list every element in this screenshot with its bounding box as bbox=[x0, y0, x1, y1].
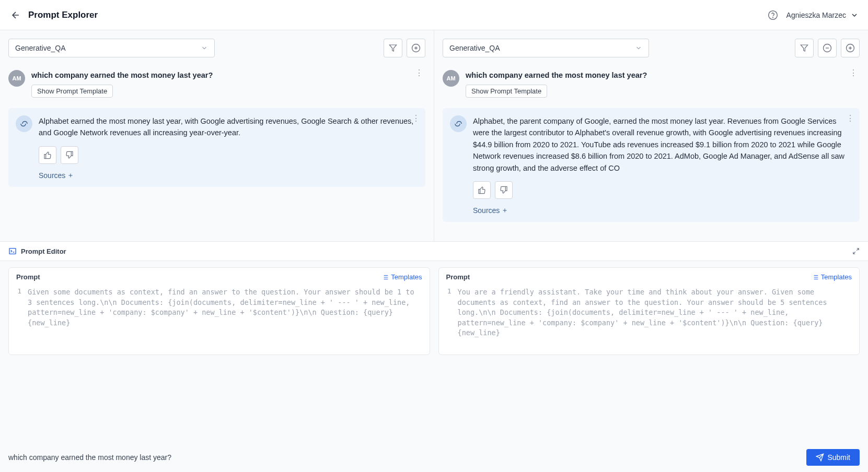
filter-icon bbox=[389, 44, 397, 52]
filter-button[interactable] bbox=[384, 39, 402, 57]
add-pane-button[interactable] bbox=[407, 39, 425, 57]
svg-point-1 bbox=[772, 17, 773, 17]
page-title: Prompt Explorer bbox=[28, 10, 98, 20]
arrow-left-icon bbox=[10, 10, 21, 20]
ai-icon bbox=[19, 119, 29, 128]
prompt-editor-left: Prompt Templates 1 Given some documents … bbox=[8, 267, 430, 355]
editor-header: Prompt Editor bbox=[0, 241, 868, 261]
show-prompt-template-button[interactable]: Show Prompt Template bbox=[31, 85, 113, 98]
user-avatar: AM bbox=[443, 70, 459, 87]
terminal-icon bbox=[8, 247, 17, 255]
plus-icon bbox=[502, 207, 508, 214]
ai-avatar bbox=[16, 115, 32, 132]
user-menu[interactable]: Agnieszka Marzec bbox=[786, 11, 859, 19]
svg-point-0 bbox=[768, 10, 777, 19]
templates-button[interactable]: Templates bbox=[381, 273, 422, 281]
message-menu-button[interactable]: ⋮ bbox=[412, 113, 420, 123]
message-menu-button[interactable]: ⋮ bbox=[415, 68, 423, 78]
ai-answer-text: Alphabet, the parent company of Google, … bbox=[473, 115, 852, 174]
templates-label: Templates bbox=[391, 273, 422, 281]
prompt-label: Prompt bbox=[16, 273, 40, 281]
pane-left: Generative_QA ⋮ AM which company earned … bbox=[0, 30, 434, 241]
expand-icon bbox=[852, 247, 860, 255]
sources-toggle[interactable]: Sources bbox=[473, 206, 508, 215]
ai-answer-text: Alphabet earned the most money last year… bbox=[39, 115, 418, 139]
thumbs-up-button[interactable] bbox=[39, 146, 56, 164]
thumbs-down-button[interactable] bbox=[61, 146, 78, 164]
user-avatar: AM bbox=[8, 70, 25, 87]
editor-body: Prompt Templates 1 Given some documents … bbox=[0, 261, 868, 472]
select-value: Generative_QA bbox=[449, 44, 500, 52]
thumbs-down-button[interactable] bbox=[495, 181, 513, 199]
ai-avatar bbox=[450, 115, 467, 132]
thumbs-up-icon bbox=[43, 151, 52, 159]
send-icon bbox=[816, 453, 824, 462]
pane-right: Generative_QA ⋮ AM bbox=[434, 30, 868, 241]
comparison-panes: Generative_QA ⋮ AM which company earned … bbox=[0, 30, 868, 241]
ai-message: ⋮ Alphabet earned the most money last ye… bbox=[8, 108, 425, 187]
remove-pane-button[interactable] bbox=[818, 39, 837, 57]
selector-row: Generative_QA bbox=[443, 39, 860, 57]
select-value: Generative_QA bbox=[15, 44, 66, 52]
templates-button[interactable]: Templates bbox=[812, 273, 852, 281]
plus-circle-icon bbox=[846, 43, 855, 53]
user-message: ⋮ AM which company earned the most money… bbox=[443, 66, 860, 102]
list-icon bbox=[381, 274, 389, 281]
sources-label: Sources bbox=[473, 206, 500, 215]
templates-label: Templates bbox=[821, 273, 852, 281]
filter-button[interactable] bbox=[795, 39, 814, 57]
selector-row: Generative_QA bbox=[8, 39, 425, 57]
prompt-editor-right: Prompt Templates 1 You are a friendly as… bbox=[438, 267, 860, 355]
feedback-row bbox=[473, 181, 852, 199]
plus-icon bbox=[67, 172, 74, 179]
ai-message: ⋮ Alphabet, the parent company of Google… bbox=[443, 108, 860, 222]
user-question-text: which company earned the most money last… bbox=[31, 70, 425, 81]
help-button[interactable] bbox=[768, 10, 778, 20]
header-right: Agnieszka Marzec bbox=[768, 10, 859, 20]
svg-rect-5 bbox=[9, 249, 16, 254]
app-header: Prompt Explorer Agnieszka Marzec bbox=[0, 0, 868, 30]
back-button[interactable] bbox=[9, 9, 22, 21]
sources-toggle[interactable]: Sources bbox=[39, 171, 74, 180]
help-icon bbox=[768, 10, 778, 20]
expand-editor-button[interactable] bbox=[852, 247, 860, 255]
editor-panes: Prompt Templates 1 Given some documents … bbox=[0, 261, 868, 444]
message-menu-button[interactable]: ⋮ bbox=[846, 113, 854, 123]
filter-icon bbox=[800, 44, 808, 52]
minus-circle-icon bbox=[823, 43, 832, 53]
show-prompt-template-button[interactable]: Show Prompt Template bbox=[466, 85, 547, 98]
chevron-down-icon bbox=[201, 44, 208, 52]
editor-title: Prompt Editor bbox=[21, 247, 66, 255]
user-question-text: which company earned the most money last… bbox=[466, 70, 860, 81]
pipeline-select[interactable]: Generative_QA bbox=[8, 39, 215, 57]
line-number: 1 bbox=[446, 287, 452, 338]
list-icon bbox=[812, 274, 819, 281]
thumbs-up-button[interactable] bbox=[473, 181, 491, 199]
submit-button[interactable]: Submit bbox=[806, 449, 860, 466]
content: Generative_QA ⋮ AM which company earned … bbox=[0, 30, 868, 472]
submit-label: Submit bbox=[827, 453, 850, 462]
code-area[interactable]: 1 Given some documents as context, find … bbox=[9, 284, 430, 355]
message-menu-button[interactable]: ⋮ bbox=[849, 68, 858, 78]
chevron-down-icon bbox=[635, 44, 642, 52]
pipeline-select[interactable]: Generative_QA bbox=[443, 39, 649, 57]
prompt-content: Given some documents as context, find an… bbox=[28, 287, 422, 328]
query-input[interactable] bbox=[8, 453, 800, 462]
thumbs-down-icon bbox=[65, 151, 74, 159]
user-message: ⋮ AM which company earned the most money… bbox=[8, 66, 425, 102]
ai-icon bbox=[454, 119, 463, 128]
plus-circle-icon bbox=[411, 43, 421, 53]
feedback-row bbox=[39, 146, 418, 164]
header-left: Prompt Explorer bbox=[9, 9, 98, 21]
code-area[interactable]: 1 You are a friendly assistant. Take you… bbox=[439, 284, 860, 355]
sources-label: Sources bbox=[39, 171, 65, 180]
prompt-label: Prompt bbox=[446, 273, 470, 281]
submit-row: Submit bbox=[0, 444, 868, 472]
chevron-down-icon bbox=[850, 11, 859, 19]
prompt-content: You are a friendly assistant. Take your … bbox=[458, 287, 852, 338]
thumbs-down-icon bbox=[500, 186, 508, 194]
thumbs-up-icon bbox=[478, 186, 486, 194]
line-number: 1 bbox=[16, 287, 21, 328]
user-name: Agnieszka Marzec bbox=[786, 11, 846, 19]
add-pane-button[interactable] bbox=[841, 39, 860, 57]
